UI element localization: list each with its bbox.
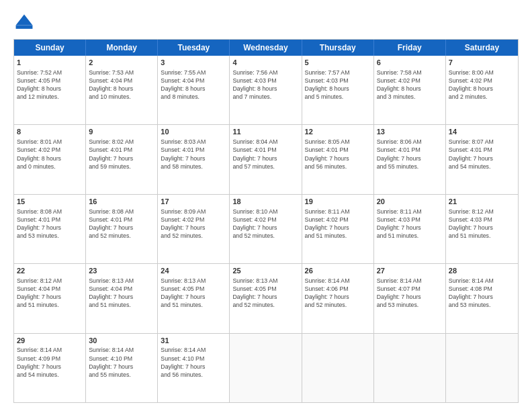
day-number: 14 <box>449 127 515 137</box>
cell-sun-info: Sunrise: 8:14 AMSunset: 4:09 PMDaylight:… <box>17 346 83 379</box>
calendar-cell: 30Sunrise: 8:14 AMSunset: 4:10 PMDayligh… <box>86 334 158 402</box>
cell-sun-info: Sunrise: 8:08 AMSunset: 4:01 PMDaylight:… <box>89 208 154 240</box>
calendar-header-cell: Monday <box>86 40 158 56</box>
day-number: 18 <box>232 197 298 207</box>
calendar-cell: 9Sunrise: 8:02 AMSunset: 4:01 PMDaylight… <box>86 125 158 193</box>
calendar-cell: 27Sunrise: 8:14 AMSunset: 4:07 PMDayligh… <box>374 264 446 332</box>
cell-sun-info: Sunrise: 8:06 AMSunset: 4:01 PMDaylight:… <box>377 138 443 171</box>
cell-sun-info: Sunrise: 8:14 AMSunset: 4:08 PMDaylight:… <box>449 277 515 310</box>
cell-sun-info: Sunrise: 7:55 AMSunset: 4:04 PMDaylight:… <box>161 68 226 101</box>
cell-sun-info: Sunrise: 7:53 AMSunset: 4:04 PMDaylight:… <box>89 68 154 101</box>
cell-sun-info: Sunrise: 8:14 AMSunset: 4:07 PMDaylight:… <box>377 277 443 310</box>
calendar-cell: 1Sunrise: 7:52 AMSunset: 4:05 PMDaylight… <box>14 56 86 124</box>
calendar-cell: 3Sunrise: 7:55 AMSunset: 4:04 PMDaylight… <box>158 56 230 124</box>
day-number: 28 <box>449 266 515 276</box>
cell-sun-info: Sunrise: 8:14 AMSunset: 4:10 PMDaylight:… <box>89 346 154 379</box>
day-number: 29 <box>17 336 83 346</box>
calendar-header: SundayMondayTuesdayWednesdayThursdayFrid… <box>14 40 518 56</box>
calendar-cell: 20Sunrise: 8:11 AMSunset: 4:03 PMDayligh… <box>374 195 446 263</box>
cell-sun-info: Sunrise: 8:14 AMSunset: 4:06 PMDaylight:… <box>305 277 371 310</box>
calendar-cell: 21Sunrise: 8:12 AMSunset: 4:03 PMDayligh… <box>446 195 518 263</box>
calendar-header-cell: Saturday <box>446 40 518 56</box>
calendar-cell: 17Sunrise: 8:09 AMSunset: 4:02 PMDayligh… <box>158 195 230 263</box>
calendar-header-cell: Sunday <box>14 40 86 56</box>
calendar-cell: 10Sunrise: 8:03 AMSunset: 4:01 PMDayligh… <box>158 125 230 193</box>
day-number: 12 <box>305 127 371 137</box>
calendar-cell <box>302 334 374 402</box>
day-number: 10 <box>161 127 226 137</box>
day-number: 5 <box>305 58 371 68</box>
calendar-cell: 11Sunrise: 8:04 AMSunset: 4:01 PMDayligh… <box>230 125 302 193</box>
calendar-cell: 2Sunrise: 7:53 AMSunset: 4:04 PMDaylight… <box>86 56 158 124</box>
cell-sun-info: Sunrise: 8:08 AMSunset: 4:01 PMDaylight:… <box>17 208 83 240</box>
cell-sun-info: Sunrise: 8:11 AMSunset: 4:03 PMDaylight:… <box>377 208 443 240</box>
calendar-cell: 4Sunrise: 7:56 AMSunset: 4:03 PMDaylight… <box>230 56 302 124</box>
day-number: 26 <box>305 266 371 276</box>
calendar-cell: 19Sunrise: 8:11 AMSunset: 4:02 PMDayligh… <box>302 195 374 263</box>
calendar-cell <box>374 334 446 402</box>
calendar-cell: 31Sunrise: 8:14 AMSunset: 4:10 PMDayligh… <box>158 334 230 402</box>
calendar-week-row: 22Sunrise: 8:12 AMSunset: 4:04 PMDayligh… <box>14 264 518 333</box>
day-number: 22 <box>17 266 83 276</box>
calendar-cell <box>230 334 302 402</box>
cell-sun-info: Sunrise: 8:03 AMSunset: 4:01 PMDaylight:… <box>161 138 226 171</box>
calendar-header-cell: Wednesday <box>230 40 302 56</box>
cell-sun-info: Sunrise: 8:00 AMSunset: 4:02 PMDaylight:… <box>449 68 515 101</box>
day-number: 19 <box>305 197 371 207</box>
cell-sun-info: Sunrise: 7:57 AMSunset: 4:03 PMDaylight:… <box>305 68 371 101</box>
calendar-cell: 24Sunrise: 8:13 AMSunset: 4:05 PMDayligh… <box>158 264 230 332</box>
day-number: 27 <box>377 266 443 276</box>
calendar-week-row: 29Sunrise: 8:14 AMSunset: 4:09 PMDayligh… <box>14 334 518 402</box>
cell-sun-info: Sunrise: 7:52 AMSunset: 4:05 PMDaylight:… <box>17 68 83 101</box>
logo <box>13 12 38 34</box>
cell-sun-info: Sunrise: 8:13 AMSunset: 4:05 PMDaylight:… <box>232 277 298 310</box>
day-number: 20 <box>377 197 443 207</box>
svg-marker-0 <box>16 15 33 26</box>
calendar-cell: 25Sunrise: 8:13 AMSunset: 4:05 PMDayligh… <box>230 264 302 332</box>
calendar-header-cell: Thursday <box>302 40 374 56</box>
cell-sun-info: Sunrise: 8:13 AMSunset: 4:04 PMDaylight:… <box>89 277 154 310</box>
calendar-cell: 26Sunrise: 8:14 AMSunset: 4:06 PMDayligh… <box>302 264 374 332</box>
day-number: 3 <box>161 58 226 68</box>
calendar-cell: 8Sunrise: 8:01 AMSunset: 4:02 PMDaylight… <box>14 125 86 193</box>
cell-sun-info: Sunrise: 7:58 AMSunset: 4:02 PMDaylight:… <box>377 68 443 101</box>
calendar-cell: 6Sunrise: 7:58 AMSunset: 4:02 PMDaylight… <box>374 56 446 124</box>
day-number: 2 <box>89 58 154 68</box>
calendar-cell: 16Sunrise: 8:08 AMSunset: 4:01 PMDayligh… <box>86 195 158 263</box>
day-number: 24 <box>161 266 226 276</box>
day-number: 1 <box>17 58 83 68</box>
cell-sun-info: Sunrise: 8:14 AMSunset: 4:10 PMDaylight:… <box>161 346 226 379</box>
day-number: 13 <box>377 127 443 137</box>
calendar-cell: 15Sunrise: 8:08 AMSunset: 4:01 PMDayligh… <box>14 195 86 263</box>
day-number: 21 <box>449 197 515 207</box>
cell-sun-info: Sunrise: 8:13 AMSunset: 4:05 PMDaylight:… <box>161 277 226 310</box>
calendar: SundayMondayTuesdayWednesdayThursdayFrid… <box>13 39 519 403</box>
calendar-week-row: 15Sunrise: 8:08 AMSunset: 4:01 PMDayligh… <box>14 195 518 264</box>
calendar-cell: 23Sunrise: 8:13 AMSunset: 4:04 PMDayligh… <box>86 264 158 332</box>
day-number: 8 <box>17 127 83 137</box>
calendar-body: 1Sunrise: 7:52 AMSunset: 4:05 PMDaylight… <box>14 56 518 402</box>
cell-sun-info: Sunrise: 8:09 AMSunset: 4:02 PMDaylight:… <box>161 208 226 240</box>
day-number: 6 <box>377 58 443 68</box>
svg-rect-1 <box>16 26 33 29</box>
header <box>13 12 519 34</box>
day-number: 9 <box>89 127 154 137</box>
day-number: 11 <box>232 127 298 137</box>
calendar-cell: 28Sunrise: 8:14 AMSunset: 4:08 PMDayligh… <box>446 264 518 332</box>
cell-sun-info: Sunrise: 8:11 AMSunset: 4:02 PMDaylight:… <box>305 208 371 240</box>
cell-sun-info: Sunrise: 8:01 AMSunset: 4:02 PMDaylight:… <box>17 138 83 171</box>
day-number: 17 <box>161 197 226 207</box>
day-number: 7 <box>449 58 515 68</box>
calendar-cell: 7Sunrise: 8:00 AMSunset: 4:02 PMDaylight… <box>446 56 518 124</box>
day-number: 16 <box>89 197 154 207</box>
cell-sun-info: Sunrise: 8:10 AMSunset: 4:02 PMDaylight:… <box>232 208 298 240</box>
calendar-cell: 22Sunrise: 8:12 AMSunset: 4:04 PMDayligh… <box>14 264 86 332</box>
calendar-cell: 5Sunrise: 7:57 AMSunset: 4:03 PMDaylight… <box>302 56 374 124</box>
day-number: 4 <box>232 58 298 68</box>
cell-sun-info: Sunrise: 8:04 AMSunset: 4:01 PMDaylight:… <box>232 138 298 171</box>
day-number: 23 <box>89 266 154 276</box>
day-number: 15 <box>17 197 83 207</box>
cell-sun-info: Sunrise: 8:07 AMSunset: 4:01 PMDaylight:… <box>449 138 515 171</box>
calendar-cell: 12Sunrise: 8:05 AMSunset: 4:01 PMDayligh… <box>302 125 374 193</box>
day-number: 31 <box>161 336 226 346</box>
